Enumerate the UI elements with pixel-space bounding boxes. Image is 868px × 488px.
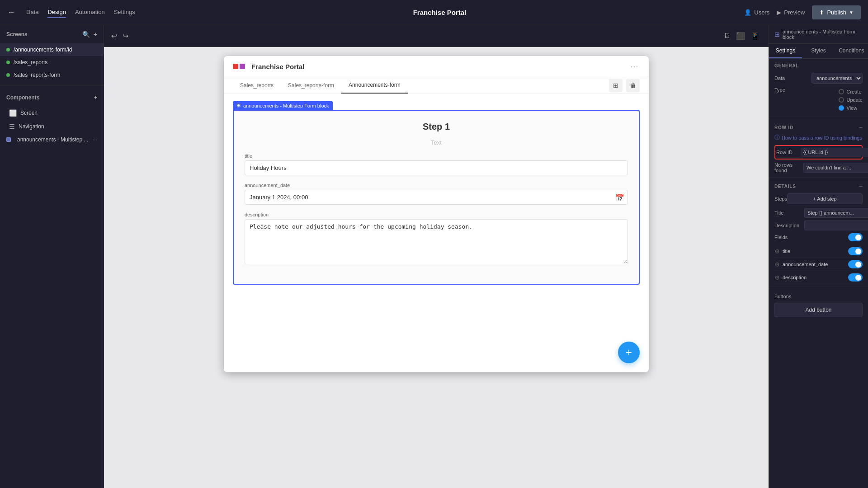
component-actions: ··· [93, 136, 97, 143]
back-button[interactable]: ← [7, 8, 15, 17]
rs-tab-settings[interactable]: Settings [769, 44, 802, 58]
block-component-icon [6, 137, 11, 142]
app-preview: Franchise Portal ⋯ Sales_reports Sales_r… [224, 56, 649, 372]
type-label: Type [774, 87, 785, 93]
type-radio-group: Create Update View [839, 89, 863, 111]
row-id-header: ROW ID − [774, 124, 863, 131]
screen-item-sales-reports-form[interactable]: /sales_reports-form [0, 69, 104, 81]
title-field-label: title [245, 153, 628, 159]
nav-design[interactable]: Design [47, 7, 66, 18]
description-textarea[interactable]: Please note our adjusted hours for the u… [245, 219, 628, 264]
field-toggle[interactable] [848, 260, 863, 268]
component-multistep[interactable]: announcements - Multistep ... ··· [0, 133, 104, 146]
field-gear-icon[interactable]: ⚙ [774, 274, 780, 281]
data-select[interactable]: announcements [811, 73, 863, 84]
title-detail-label: Title [774, 210, 802, 216]
screens-search-icon[interactable]: 🔍 [82, 31, 90, 38]
field-gear-icon[interactable]: ⚙ [774, 248, 780, 255]
row-id-input[interactable] [801, 148, 868, 157]
undo-button[interactable]: ↩ [111, 32, 117, 40]
rs-tab-conditions[interactable]: Conditions [835, 44, 868, 58]
field-toggle[interactable] [848, 273, 863, 282]
description-detail-label: Description [774, 223, 802, 228]
form-block-label-text: announcements - Multistep Form block [243, 103, 329, 108]
details-section: DETAILS − Steps + Add step Title ⚡ Descr… [769, 178, 868, 289]
fields-toggle[interactable] [848, 233, 863, 241]
title-detail-input[interactable] [804, 208, 868, 218]
tab-copy-button[interactable]: ⊞ [609, 79, 623, 92]
nav-settings[interactable]: Settings [114, 7, 135, 18]
field-announcement-date: ⚙ announcement_date [774, 258, 863, 271]
data-label: Data [774, 75, 785, 81]
tablet-view-button[interactable]: ⬛ [734, 30, 747, 42]
field-name-label: announcement_date [783, 262, 845, 267]
data-row: Data announcements [774, 73, 863, 84]
field-toggle[interactable] [848, 247, 863, 255]
users-icon: 👤 [744, 9, 751, 16]
details-collapse[interactable]: − [859, 183, 863, 190]
tab-sales-reports-form[interactable]: Sales_reports-form [281, 78, 341, 93]
help-link[interactable]: ⓘ How to pass a row ID using bindings [774, 134, 863, 141]
component-label: announcements - Multistep ... [17, 136, 88, 143]
field-description: ⚙ description [774, 271, 863, 284]
row-id-collapse[interactable]: − [859, 124, 863, 131]
sidebar-divider [0, 85, 104, 85]
screens-add-icon[interactable]: + [94, 31, 97, 38]
form-block-label[interactable]: ⊞ announcements - Multistep Form block [233, 101, 333, 110]
help-icon: ⓘ [774, 134, 780, 141]
fields-label: Fields [774, 235, 788, 240]
preview-button[interactable]: ▶ Preview [777, 9, 805, 16]
tab-sales-reports[interactable]: Sales_reports [233, 78, 281, 93]
screens-section-header: Screens 🔍 + [0, 25, 104, 43]
app-preview-header: Franchise Portal ⋯ [224, 56, 649, 77]
text-placeholder: Text [245, 139, 628, 146]
screen-dot [6, 61, 10, 64]
nav-automation[interactable]: Automation [75, 7, 105, 18]
details-header: DETAILS − [774, 183, 863, 190]
redo-button[interactable]: ↪ [123, 32, 128, 40]
publish-button[interactable]: ⬆ Publish ▼ [812, 5, 861, 19]
top-nav: ← Data Design Automation Settings Franch… [0, 0, 868, 25]
component-label: Navigation [19, 123, 44, 130]
component-more-icon[interactable]: ··· [93, 136, 97, 143]
title-input[interactable] [245, 160, 628, 175]
screen-item-label: /announcements-form/id [14, 47, 72, 53]
add-button-button[interactable]: Add button [774, 303, 863, 317]
canvas-toolbar: ↩ ↪ 🖥 ⬛ 📱 [104, 25, 769, 47]
description-detail-input[interactable] [804, 221, 868, 230]
tab-announcements-form[interactable]: Announcements-form [341, 77, 408, 94]
users-button[interactable]: 👤 Users [744, 9, 769, 16]
form-container[interactable]: Step 1 Text title announcement_date 📅 [233, 110, 640, 285]
preview-icon: ▶ [777, 9, 781, 16]
radio-create[interactable]: Create [839, 89, 863, 94]
canvas-content: Franchise Portal ⋯ Sales_reports Sales_r… [104, 47, 769, 488]
component-screen[interactable]: ⬜ Screen [0, 106, 104, 120]
radio-circle-view [839, 105, 844, 111]
type-row: Type Create Update View [774, 87, 863, 111]
desktop-view-button[interactable]: 🖥 [722, 30, 732, 42]
no-rows-label: No rows found [774, 162, 802, 173]
fab-button[interactable]: + [618, 342, 640, 363]
radio-view[interactable]: View [839, 105, 863, 111]
buttons-section: Buttons Add button [769, 289, 868, 322]
fields-row: Fields [774, 233, 863, 241]
steps-label: Steps [774, 196, 787, 202]
no-rows-input[interactable] [803, 163, 868, 173]
radio-update[interactable]: Update [839, 97, 863, 103]
preview-more-icon[interactable]: ⋯ [630, 61, 640, 71]
date-input[interactable] [245, 190, 628, 205]
tab-delete-button[interactable]: 🗑 [626, 79, 640, 92]
add-step-button[interactable]: + Add step [787, 193, 863, 204]
screen-item-announcements[interactable]: /announcements-form/id [0, 43, 104, 56]
step-title: Step 1 [245, 122, 628, 132]
field-gear-icon[interactable]: ⚙ [774, 261, 780, 268]
radio-circle-update [839, 97, 844, 103]
screen-item-sales-reports[interactable]: /sales_reports [0, 56, 104, 69]
title-detail-row: Title ⚡ [774, 208, 863, 218]
mobile-view-button[interactable]: 📱 [749, 30, 761, 42]
nav-data[interactable]: Data [26, 7, 38, 18]
right-sidebar: ⊞ announcements - Multistep Form block S… [769, 25, 868, 488]
rs-tab-styles[interactable]: Styles [802, 44, 835, 58]
component-navigation[interactable]: ☰ Navigation [0, 120, 104, 133]
components-add-icon[interactable]: + [94, 94, 97, 101]
